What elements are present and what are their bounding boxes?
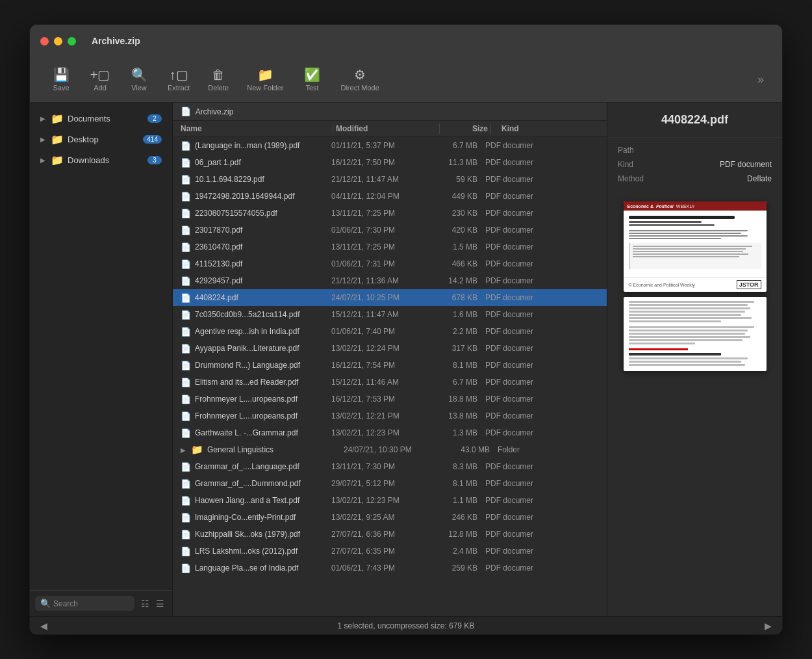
- file-name: Language Pla...se of India.pdf: [195, 563, 331, 573]
- extract-button[interactable]: ↑▢ Extract: [160, 66, 197, 94]
- sidebar: ▶ 📁 Documents 2 ▶ 📁 Desktop 414 ▶ 📁 Down…: [30, 103, 173, 616]
- minimize-button[interactable]: [54, 37, 62, 45]
- table-row[interactable]: 📄 Ayyappa Panik...Literature.pdf 13/02/2…: [173, 340, 607, 357]
- file-kind: PDF documer: [477, 378, 599, 387]
- file-size: 8.1 MB: [432, 479, 477, 488]
- table-row[interactable]: 📄 LRS Lakshmi...oks (2012).pdf 27/07/21,…: [173, 543, 607, 560]
- sidebar-item-desktop[interactable]: ▶ 📁 Desktop 414: [32, 129, 170, 149]
- search-input[interactable]: [53, 599, 105, 608]
- navigate-forward-button[interactable]: ▶: [762, 619, 774, 632]
- file-name: 19472498.2019.1649944.pdf: [195, 192, 331, 201]
- new-folder-icon: 📁: [257, 68, 273, 81]
- table-row[interactable]: 📄 Garthwaite L. -...Grammar.pdf 13/02/21…: [173, 424, 607, 441]
- add-icon: +▢: [90, 68, 110, 81]
- meta-row-method: Method Deflate: [618, 174, 772, 183]
- pdf-icon: 📄: [181, 378, 191, 387]
- save-icon: 💾: [53, 68, 70, 81]
- add-button[interactable]: +▢ Add: [82, 66, 118, 94]
- view-button[interactable]: 🔍 View: [121, 66, 157, 94]
- table-row[interactable]: ▶📁 General Linguistics 24/07/21, 10:30 P…: [173, 441, 607, 458]
- search-bar[interactable]: 🔍: [35, 596, 134, 611]
- direct-mode-button[interactable]: ⚙ Direct Mode: [333, 66, 387, 94]
- table-row[interactable]: 📄 Haowen Jiang...and a Text.pdf 13/02/21…: [173, 492, 607, 509]
- test-label: Test: [305, 84, 318, 92]
- table-row[interactable]: 📄 23610470.pdf 13/11/21, 7:25 PM 1.5 MB …: [173, 239, 607, 255]
- toolbar-expand-button[interactable]: »: [752, 70, 769, 89]
- file-size: 12.8 MB: [432, 530, 477, 539]
- table-row[interactable]: 📄 23017870.pdf 01/06/21, 7:30 PM 420 KB …: [173, 222, 607, 239]
- table-row[interactable]: 📄 Elitism and its...ed Reader.pdf 15/12/…: [173, 374, 607, 391]
- file-size: 13.8 MB: [432, 411, 477, 420]
- chevron-right-icon: ▶: [40, 157, 48, 164]
- file-modified: 27/07/21, 6:36 PM: [331, 530, 432, 539]
- table-row[interactable]: 📄 06_part 1.pdf 16/12/21, 7:50 PM 11.3 M…: [173, 154, 607, 171]
- navigate-back-button[interactable]: ◀: [38, 619, 50, 632]
- pdf-icon: 📄: [181, 276, 191, 286]
- list-view-button[interactable]: ☷: [138, 597, 152, 610]
- file-size: 1.3 MB: [432, 428, 477, 437]
- close-button[interactable]: [40, 37, 49, 45]
- maximize-button[interactable]: [68, 37, 76, 45]
- table-row[interactable]: 📄 4408224.pdf 24/07/21, 10:25 PM 678 KB …: [173, 289, 607, 306]
- file-size: 18.8 MB: [432, 394, 477, 404]
- table-row[interactable]: 📄 Frohnmeyer L....uropeans.pdf 13/02/21,…: [173, 407, 607, 424]
- sidebar-item-downloads[interactable]: ▶ 📁 Downloads 3: [32, 150, 170, 170]
- delete-label: Delete: [208, 84, 229, 92]
- file-size: 14.2 MB: [432, 276, 477, 285]
- table-row[interactable]: 📄 Frohnmeyer L....uropeans.pdf 16/12/21,…: [173, 391, 607, 407]
- table-row[interactable]: 📄 10.1.1.694.8229.pdf 21/12/21, 11:47 AM…: [173, 171, 607, 188]
- meta-row-kind: Kind PDF document: [618, 160, 772, 169]
- file-kind: PDF documer: [477, 327, 599, 336]
- sidebar-desktop-badge: 414: [143, 135, 162, 144]
- file-name: 23017870.pdf: [195, 226, 331, 235]
- sidebar-item-documents[interactable]: ▶ 📁 Documents 2: [32, 109, 170, 129]
- file-kind: PDF documer: [477, 192, 599, 201]
- table-row[interactable]: 📄 2230807515574055.pdf 13/11/21, 7:25 PM…: [173, 205, 607, 222]
- file-modified: 01/06/21, 7:40 PM: [331, 327, 432, 336]
- new-folder-button[interactable]: 📁 New Folder: [239, 66, 291, 94]
- delete-button[interactable]: 🗑 Delete: [200, 66, 236, 94]
- pdf-page-2: [624, 297, 767, 371]
- table-row[interactable]: 📄 Kuzhippalli Sk...oks (1979).pdf 27/07/…: [173, 526, 607, 543]
- file-name: 41152130.pdf: [195, 259, 331, 268]
- chevron-right-icon: ▶: [181, 446, 188, 454]
- main-content: ▶ 📁 Documents 2 ▶ 📁 Desktop 414 ▶ 📁 Down…: [30, 103, 782, 616]
- table-row[interactable]: 📄 Agentive resp...ish in India.pdf 01/06…: [173, 323, 607, 340]
- breadcrumb: 📄 Archive.zip: [173, 103, 607, 121]
- file-size: 6.7 MB: [432, 141, 477, 150]
- table-row[interactable]: 📄 Grammar_of_....Language.pdf 13/11/21, …: [173, 458, 607, 475]
- table-row[interactable]: 📄 7c0350cd0b9...5a21ca114.pdf 15/12/21, …: [173, 306, 607, 323]
- table-row[interactable]: 📄 Drummond R...) Language.pdf 16/12/21, …: [173, 357, 607, 374]
- file-kind: PDF documer: [477, 175, 599, 184]
- file-size: 43.0 MB: [444, 445, 490, 454]
- pdf-icon: 📄: [181, 344, 191, 354]
- file-modified: 16/12/21, 7:53 PM: [331, 394, 432, 404]
- pdf-icon: 📄: [181, 192, 191, 201]
- test-button[interactable]: ✅ Test: [294, 66, 330, 94]
- save-label: Save: [53, 84, 69, 92]
- toolbar: 💾 Save +▢ Add 🔍 View ↑▢ Extract 🗑 Delete…: [30, 57, 782, 103]
- pdf-body-text: [624, 297, 767, 371]
- table-row[interactable]: 📄 19472498.2019.1649944.pdf 04/11/21, 12…: [173, 188, 607, 205]
- pdf-icon: 📄: [181, 141, 191, 151]
- table-row[interactable]: 📄 (Language in...man (1989).pdf 01/11/21…: [173, 137, 607, 154]
- table-row[interactable]: 📄 Language Pla...se of India.pdf 01/06/2…: [173, 560, 607, 576]
- table-row[interactable]: 📄 Imagining-Co...ently-Print.pdf 13/02/2…: [173, 509, 607, 526]
- delete-icon: 🗑: [212, 68, 225, 81]
- table-row[interactable]: 📄 41152130.pdf 01/06/21, 7:31 PM 466 KB …: [173, 255, 607, 272]
- file-name: Grammar_of_....Language.pdf: [195, 462, 331, 471]
- preview-meta: Path Kind PDF document Method Deflate: [607, 138, 782, 196]
- pdf-icon: 📄: [181, 327, 191, 337]
- table-row[interactable]: 📄 Grammar_of_....Dummond.pdf 29/07/21, 5…: [173, 475, 607, 492]
- add-label: Add: [94, 84, 107, 92]
- save-button[interactable]: 💾 Save: [43, 66, 79, 94]
- file-modified: 13/11/21, 7:30 PM: [331, 462, 432, 471]
- file-name: 06_part 1.pdf: [195, 158, 331, 167]
- file-kind: PDF documer: [477, 394, 599, 404]
- pdf-icon: 📄: [181, 361, 191, 370]
- column-view-button[interactable]: ☰: [153, 597, 167, 610]
- file-size: 8.1 MB: [432, 361, 477, 370]
- file-size: 466 KB: [432, 259, 477, 268]
- table-row[interactable]: 📄 42929457.pdf 21/12/21, 11:36 AM 14.2 M…: [173, 272, 607, 289]
- pdf-icon: 📄: [181, 226, 191, 235]
